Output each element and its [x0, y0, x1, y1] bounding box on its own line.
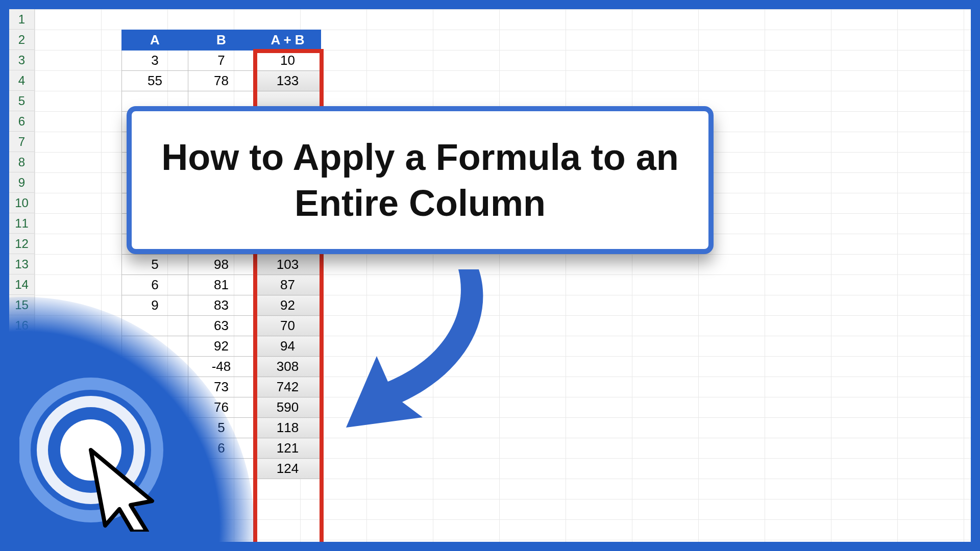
title-text: How to Apply a Formula to an Entire Colu…: [152, 134, 688, 226]
cell-b[interactable]: 63: [188, 316, 255, 336]
spreadsheet-area: 12345678910111213141516 A B A + B 371055…: [9, 9, 971, 542]
cell-c[interactable]: 10: [255, 51, 321, 71]
table-row: 68187: [122, 275, 321, 295]
row-number[interactable]: 4: [9, 70, 35, 91]
cell-a[interactable]: 3: [122, 51, 188, 71]
row-number[interactable]: 12: [9, 234, 35, 254]
row-number[interactable]: 9: [9, 172, 35, 193]
cell-c[interactable]: 590: [255, 397, 321, 418]
thumbnail-frame: 12345678910111213141516 A B A + B 371055…: [0, 0, 980, 551]
cell-b[interactable]: 92: [188, 336, 255, 357]
row-number[interactable]: 14: [9, 274, 35, 295]
table-row: 5578133: [122, 71, 321, 91]
cell-a[interactable]: 5: [122, 255, 188, 275]
cursor-logo-icon: [19, 368, 183, 532]
row-number[interactable]: 5: [9, 91, 35, 111]
header-c[interactable]: A + B: [255, 30, 321, 51]
row-number[interactable]: 7: [9, 132, 35, 152]
cell-c[interactable]: 87: [255, 275, 321, 295]
row-number[interactable]: 3: [9, 50, 35, 70]
row-number[interactable]: 13: [9, 254, 35, 274]
cell-c[interactable]: 121: [255, 438, 321, 459]
table-row: 598103: [122, 255, 321, 275]
cell-c[interactable]: 124: [255, 459, 321, 479]
cell-c[interactable]: 94: [255, 336, 321, 357]
header-a[interactable]: A: [122, 30, 188, 51]
cell-c[interactable]: 118: [255, 418, 321, 438]
row-number[interactable]: 6: [9, 111, 35, 132]
row-number[interactable]: 2: [9, 30, 35, 50]
cell-c[interactable]: 133: [255, 71, 321, 91]
cell-b[interactable]: 81: [188, 275, 255, 295]
row-number-gutter: 12345678910111213141516: [9, 9, 35, 336]
row-number[interactable]: 10: [9, 193, 35, 213]
title-callout: How to Apply a Formula to an Entire Colu…: [127, 106, 714, 254]
header-row: A B A + B: [122, 30, 321, 51]
cell-c[interactable]: 92: [255, 295, 321, 316]
cell-b[interactable]: 78: [188, 71, 255, 91]
cell-b[interactable]: -48: [188, 357, 255, 377]
header-b[interactable]: B: [188, 30, 255, 51]
cell-b[interactable]: 83: [188, 295, 255, 316]
cell-c[interactable]: 70: [255, 316, 321, 336]
cell-c[interactable]: 742: [255, 377, 321, 397]
table-row: 98392: [122, 295, 321, 316]
table-row: 3710: [122, 51, 321, 71]
cell-b[interactable]: 7: [188, 51, 255, 71]
cell-c[interactable]: 103: [255, 255, 321, 275]
cell-a[interactable]: 9: [122, 295, 188, 316]
row-number[interactable]: 8: [9, 152, 35, 172]
table-row: 6370: [122, 316, 321, 336]
row-number[interactable]: 1: [9, 9, 35, 30]
cell-a[interactable]: 55: [122, 71, 188, 91]
cell-a[interactable]: 6: [122, 275, 188, 295]
row-number[interactable]: 11: [9, 213, 35, 234]
cell-c[interactable]: 308: [255, 357, 321, 377]
cell-b[interactable]: 98: [188, 255, 255, 275]
